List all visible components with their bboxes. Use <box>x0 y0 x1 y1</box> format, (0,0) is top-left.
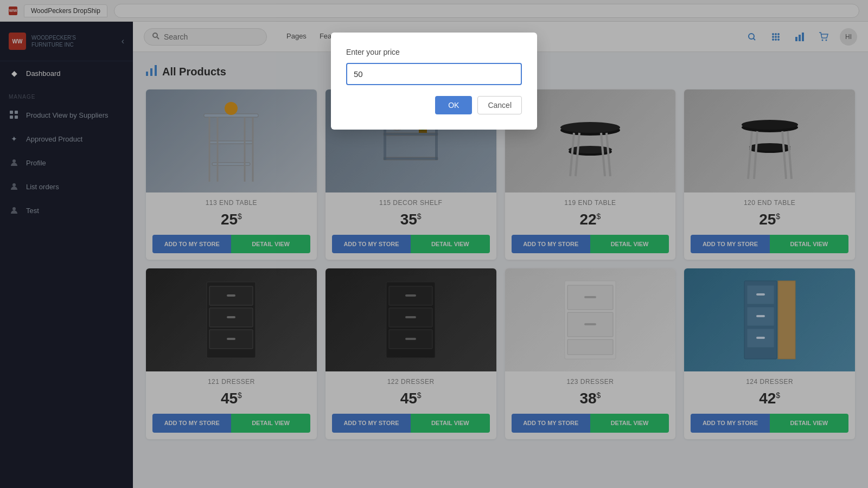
modal-label: Enter your price <box>346 48 522 56</box>
modal-ok-button[interactable]: OK <box>435 96 472 114</box>
modal-cancel-button[interactable]: Cancel <box>477 96 522 114</box>
price-input[interactable] <box>346 63 522 85</box>
modal-overlay: Enter your price OK Cancel <box>0 0 868 488</box>
modal-actions: OK Cancel <box>346 96 522 114</box>
modal-box: Enter your price OK Cancel <box>331 33 537 130</box>
